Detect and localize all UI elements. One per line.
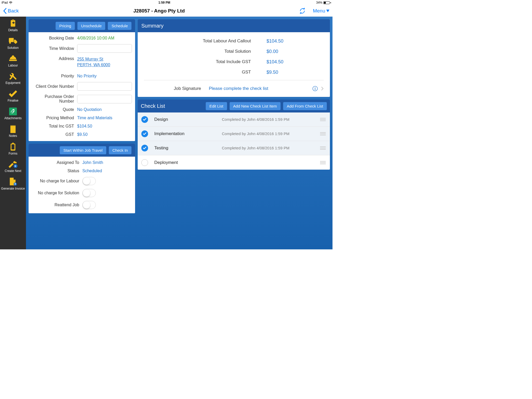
time-window-label: Time Window — [32, 46, 77, 51]
sidebar-item-finalise[interactable]: Finalise — [0, 87, 26, 105]
assignment-card: Start Within Job Travel Check In Assigne… — [29, 144, 135, 213]
sidebar-item-forms[interactable]: Forms — [0, 140, 26, 158]
menu-label: Menu — [313, 8, 325, 14]
pricing-method-value[interactable]: Time and Materials — [77, 116, 132, 120]
checklist-checkbox[interactable] — [141, 116, 148, 123]
helmet-icon — [8, 55, 18, 63]
checklist-item[interactable]: Testing Completed by John 4/08/2016 1:59… — [138, 141, 330, 155]
edit-list-button[interactable]: Edit List — [206, 102, 227, 110]
wifi-icon — [9, 1, 12, 4]
checklist-item-name: Deployment — [154, 160, 222, 165]
checklist-item[interactable]: Deployment — [138, 155, 330, 170]
summary-row-label: Total Labour And Callout — [144, 38, 267, 44]
pricing-method-label: Pricing Method — [32, 116, 77, 120]
clipboard-icon — [8, 19, 18, 28]
sidebar-item-labour[interactable]: Labour — [0, 52, 26, 70]
drag-handle-icon[interactable] — [320, 118, 326, 121]
checklist-item[interactable]: Design Completed by John 4/08/2016 1:59 … — [138, 112, 330, 127]
paperclip-icon — [8, 107, 18, 116]
address-value[interactable]: 255 Murray StPERTH, WA 6000 — [77, 56, 132, 68]
assigned-to-value[interactable]: John Smith — [82, 160, 132, 165]
sidebar-item-generate-invoice[interactable]: Generate Invoice — [0, 175, 26, 193]
hammer-next-icon — [8, 160, 18, 168]
booking-date-value[interactable]: 4/08/2016 10:00 AM — [77, 36, 132, 41]
purchase-order-input[interactable] — [77, 95, 132, 103]
check-icon — [8, 90, 18, 98]
tools-icon — [8, 72, 18, 80]
status-label: Status — [32, 169, 82, 173]
priority-label: Priority — [32, 74, 77, 78]
checklist-item[interactable]: Implementation Completed by John 4/08/20… — [138, 127, 330, 141]
job-signature-value: Please complete the check list — [209, 86, 312, 91]
job-signature-row[interactable]: Job Signature Please complete the check … — [144, 83, 324, 94]
summary-row-label: Total Include GST — [144, 59, 267, 64]
quote-label: Quote — [32, 107, 77, 112]
divider — [144, 80, 324, 80]
sidebar-item-equipment[interactable]: Equipment — [0, 69, 26, 87]
checklist-item-name: Design — [154, 117, 222, 122]
checklist-card: Check List Edit List Add New Check List … — [138, 99, 330, 170]
sidebar-label: Equipment — [5, 81, 20, 85]
reattend-toggle[interactable] — [82, 201, 96, 209]
checklist-body: Design Completed by John 4/08/2016 1:59 … — [138, 112, 330, 170]
status-value[interactable]: Scheduled — [82, 169, 132, 173]
total-inc-gst-value: $104.50 — [77, 124, 132, 129]
refresh-icon[interactable] — [299, 8, 305, 14]
gst-label: GST — [32, 132, 77, 137]
checklist-title: Check List — [141, 103, 165, 109]
add-checklist-item-button[interactable]: Add New Check List Item — [230, 102, 281, 110]
drag-handle-icon[interactable] — [320, 147, 326, 150]
status-time: 1:59 PM — [158, 1, 170, 4]
checklist-checkbox[interactable] — [141, 145, 148, 151]
quote-value[interactable]: No Quotation — [77, 107, 132, 112]
schedule-button[interactable]: Schedule — [108, 22, 131, 30]
summary-row-label: Total Solution — [144, 49, 267, 54]
checklist-checkbox[interactable] — [141, 130, 148, 137]
menu-button[interactable]: Menu — [313, 8, 329, 14]
summary-title: Summary — [141, 23, 164, 29]
sidebar-item-solution[interactable]: Solution — [0, 34, 26, 52]
main-area: Details Solution Labour Equipment Finali… — [0, 17, 332, 249]
sidebar-item-details[interactable]: Details — [0, 17, 26, 34]
address-label: Address — [32, 56, 77, 61]
chevron-left-icon — [3, 8, 7, 14]
summary-row-value: $104.50 — [267, 59, 324, 65]
checklist-item-name: Implementation — [154, 131, 222, 136]
job-details-card: Pricing Unschedule Schedule Booking Date… — [29, 19, 135, 141]
summary-header: Summary — [138, 19, 330, 32]
unschedule-button[interactable]: Unschedule — [77, 22, 105, 30]
info-icon[interactable] — [312, 86, 318, 91]
back-button[interactable]: Back — [3, 8, 19, 14]
no-charge-solution-toggle[interactable] — [82, 189, 96, 197]
sidebar-label: Attachments — [4, 117, 22, 120]
chevron-right-icon — [321, 87, 324, 91]
client-order-input[interactable] — [77, 82, 132, 91]
sidebar-label: Notes — [9, 134, 17, 138]
time-window-input[interactable] — [77, 44, 132, 53]
start-travel-button[interactable]: Start Within Job Travel — [60, 146, 106, 154]
job-signature-label: Job Signature — [144, 86, 209, 91]
client-order-label: Client Order Number — [32, 84, 77, 89]
drag-handle-icon[interactable] — [320, 132, 326, 135]
status-bar: iPad 1:59 PM 34% — [0, 0, 332, 5]
no-charge-labour-label: No charge for Labour — [32, 179, 82, 183]
assigned-to-label: Assigned To — [32, 160, 82, 165]
sidebar-item-notes[interactable]: Notes — [0, 122, 26, 140]
pricing-button[interactable]: Pricing — [56, 22, 75, 30]
no-charge-labour-toggle[interactable] — [82, 177, 96, 185]
battery-pct: 34% — [316, 1, 322, 4]
checklist-checkbox[interactable] — [141, 159, 148, 166]
sidebar-label: Finalise — [8, 99, 18, 103]
checklist-item-meta: Completed by John 4/08/2016 1:59 PM — [222, 131, 320, 136]
priority-value[interactable]: No Priority — [77, 74, 132, 78]
check-in-button[interactable]: Check In — [109, 146, 131, 154]
triangle-down-icon — [326, 10, 329, 12]
battery-icon — [323, 1, 331, 4]
summary-row-value: $0.00 — [267, 49, 324, 54]
drag-handle-icon[interactable] — [320, 161, 326, 164]
add-from-checklist-button[interactable]: Add From Check List — [283, 102, 327, 110]
reattend-label: Reattend Job — [32, 203, 82, 207]
sidebar-label: Solution — [7, 46, 18, 50]
sidebar-item-attachments[interactable]: Attachments — [0, 105, 26, 122]
sidebar-item-create-next[interactable]: Create Next — [0, 157, 26, 175]
